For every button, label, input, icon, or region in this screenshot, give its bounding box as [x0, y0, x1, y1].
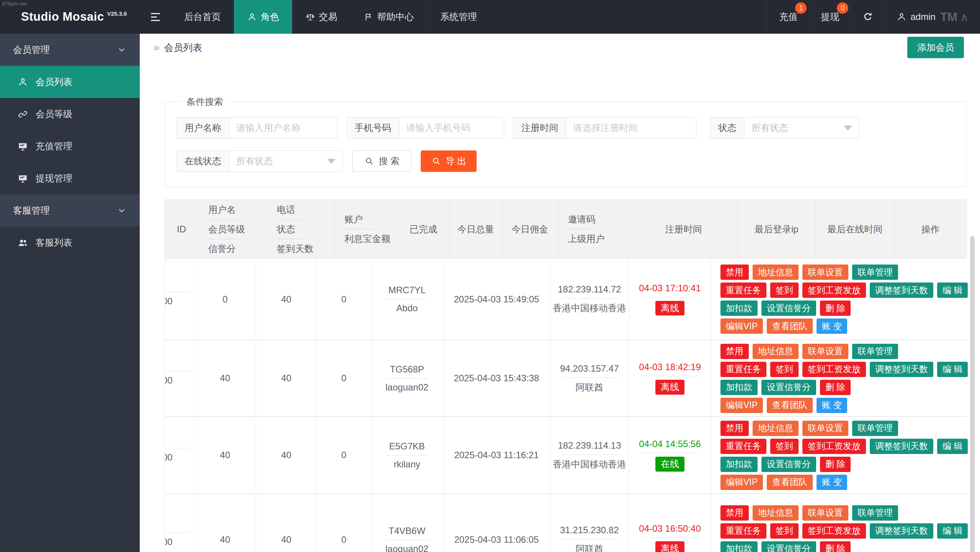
action-signin-salary-button[interactable]: 签到工资发放: [802, 439, 866, 454]
action-view-team-button[interactable]: 查看团队: [767, 398, 813, 413]
action-add-deduct-button[interactable]: 加扣款: [720, 380, 758, 395]
action-signin-button[interactable]: 签到: [770, 439, 799, 454]
action-signin-button[interactable]: 签到: [770, 362, 799, 377]
search-icon: [364, 156, 374, 166]
sidebar-group-member-management[interactable]: 会员管理: [0, 34, 140, 66]
online-status-field-group: 在线状态 所有状态: [176, 150, 343, 172]
nav-item-label: 系统管理: [440, 11, 477, 23]
sidebar-item-member-level[interactable]: 会员等级: [0, 98, 140, 130]
action-disable-button[interactable]: 禁用: [720, 421, 749, 436]
action-order-manage-button[interactable]: 联单管理: [852, 505, 898, 521]
action-address-info-button[interactable]: 地址信息: [753, 265, 799, 280]
action-balance-log-button[interactable]: 账 变: [817, 318, 847, 334]
username: admin: [910, 11, 935, 22]
action-delete-button[interactable]: 删 除: [820, 380, 851, 395]
sidebar-item-withdraw-management[interactable]: 提现管理: [0, 162, 140, 194]
online-status-select[interactable]: 所有状态: [229, 151, 343, 171]
breadcrumb-arrow-icon: »: [154, 41, 160, 54]
action-reset-task-button[interactable]: 重置任务: [720, 283, 766, 298]
action-signin-button[interactable]: 签到: [770, 283, 799, 298]
action-set-credit-button[interactable]: 设置信誉分: [761, 380, 816, 395]
user-menu[interactable]: admin TM ∧: [885, 0, 980, 34]
action-edit-vip-button[interactable]: 编辑VIP: [720, 318, 763, 334]
nav-menu: 后台首页 角色 交易 帮助中心 系统管理: [171, 0, 490, 34]
action-balance-log-button[interactable]: 账 变: [817, 475, 847, 490]
col-header-ip: 最后登录ip: [738, 200, 815, 258]
action-address-info-button[interactable]: 地址信息: [753, 505, 799, 521]
action-order-manage-button[interactable]: 联单管理: [852, 265, 898, 280]
sidebar-item-member-list[interactable]: 会员列表: [0, 66, 140, 98]
action-signin-salary-button[interactable]: 签到工资发放: [802, 362, 866, 377]
col-header-user: 用户名会员等级信誉分: [198, 200, 267, 258]
action-delete-button[interactable]: 删 除: [820, 300, 851, 316]
action-address-info-button[interactable]: 地址信息: [753, 421, 799, 436]
action-set-credit-button[interactable]: 设置信誉分: [761, 300, 816, 316]
hamburger-menu-icon[interactable]: [140, 0, 171, 34]
cell-ip: 182.239.114.72香港中国移动香港: [550, 259, 629, 340]
action-edit-button[interactable]: 编 辑: [937, 362, 968, 377]
action-edit-button[interactable]: 编 辑: [937, 523, 968, 539]
regtime-input[interactable]: [566, 118, 699, 138]
vertical-scrollbar[interactable]: [970, 236, 975, 552]
action-address-info-button[interactable]: 地址信息: [753, 344, 799, 359]
sidebar-item-service-list[interactable]: 客服列表: [0, 227, 140, 259]
site-watermark: 678ym.net: [2, 1, 27, 7]
action-order-manage-button[interactable]: 联单管理: [852, 344, 898, 359]
action-disable-button[interactable]: 禁用: [720, 505, 749, 521]
action-delete-button[interactable]: 删 除: [820, 457, 851, 472]
search-row-2: 在线状态 所有状态 搜 索 导 出: [176, 150, 966, 172]
action-edit-vip-button[interactable]: 编辑VIP: [720, 398, 763, 413]
nav-item-trade[interactable]: 交易: [292, 0, 350, 34]
action-adjust-signin-days-button[interactable]: 调整签到天数: [870, 362, 933, 377]
recharge-button[interactable]: 充值 1: [767, 0, 809, 34]
sidebar-group-label: 会员管理: [13, 44, 50, 56]
action-view-team-button[interactable]: 查看团队: [767, 475, 813, 490]
nav-item-system[interactable]: 系统管理: [427, 0, 490, 34]
action-delete-button[interactable]: 删 除: [820, 541, 851, 552]
search-button[interactable]: 搜 索: [352, 150, 412, 172]
action-view-team-button[interactable]: 查看团队: [767, 318, 813, 334]
action-edit-vip-button[interactable]: 编辑VIP: [720, 475, 763, 490]
nav-item-home[interactable]: 后台首页: [171, 0, 234, 34]
action-add-deduct-button[interactable]: 加扣款: [720, 300, 758, 316]
action-set-credit-button[interactable]: 设置信誉分: [761, 457, 816, 472]
action-signin-salary-button[interactable]: 签到工资发放: [802, 523, 866, 539]
sidebar-item-recharge-management[interactable]: 充值管理: [0, 130, 140, 162]
status-field-label: 状态: [710, 118, 745, 138]
sidebar-group-service-management[interactable]: 客服管理: [0, 194, 140, 227]
action-signin-button[interactable]: 签到: [770, 523, 799, 539]
refresh-button[interactable]: [851, 0, 885, 34]
action-reset-task-button[interactable]: 重置任务: [720, 439, 766, 454]
action-disable-button[interactable]: 禁用: [720, 265, 749, 280]
sidebar: 会员管理 会员列表 会员等级 充值管理 提: [0, 34, 140, 552]
action-disable-button[interactable]: 禁用: [720, 344, 749, 359]
action-order-setting-button[interactable]: 联单设置: [802, 505, 848, 521]
action-order-manage-button[interactable]: 联单管理: [852, 421, 898, 436]
action-reset-task-button[interactable]: 重置任务: [720, 523, 766, 539]
action-set-credit-button[interactable]: 设置信誉分: [761, 541, 816, 552]
action-edit-button[interactable]: 编 辑: [937, 283, 968, 298]
nav-item-roles[interactable]: 角色: [234, 0, 292, 34]
export-button[interactable]: 导 出: [421, 150, 477, 172]
action-order-setting-button[interactable]: 联单设置: [802, 265, 848, 280]
username-input[interactable]: [229, 118, 339, 138]
withdraw-button[interactable]: 提现 0: [809, 0, 851, 34]
chart-board-icon: [18, 141, 28, 152]
action-order-setting-button[interactable]: 联单设置: [802, 344, 848, 359]
action-adjust-signin-days-button[interactable]: 调整签到天数: [870, 523, 933, 539]
action-balance-log-button[interactable]: 账 变: [817, 398, 847, 413]
action-add-deduct-button[interactable]: 加扣款: [720, 541, 758, 552]
action-reset-task-button[interactable]: 重置任务: [720, 362, 766, 377]
action-signin-salary-button[interactable]: 签到工资发放: [802, 283, 866, 298]
action-edit-button[interactable]: 编 辑: [937, 439, 968, 454]
status-select[interactable]: 所有状态: [745, 118, 859, 138]
action-adjust-signin-days-button[interactable]: 调整签到天数: [870, 283, 933, 298]
phone-input[interactable]: [399, 118, 505, 138]
action-add-deduct-button[interactable]: 加扣款: [720, 457, 758, 472]
add-member-button[interactable]: 添加会员: [907, 37, 964, 58]
action-order-setting-button[interactable]: 联单设置: [802, 421, 848, 436]
cell-operations: 禁用 地址信息 联单设置 联单管理 重置任务 签到 签到工资发放 调整签到天数 …: [711, 340, 967, 416]
action-adjust-signin-days-button[interactable]: 调整签到天数: [870, 439, 933, 454]
nav-item-help-center[interactable]: 帮助中心: [350, 0, 427, 34]
caret-up-icon: ∧: [960, 10, 969, 24]
